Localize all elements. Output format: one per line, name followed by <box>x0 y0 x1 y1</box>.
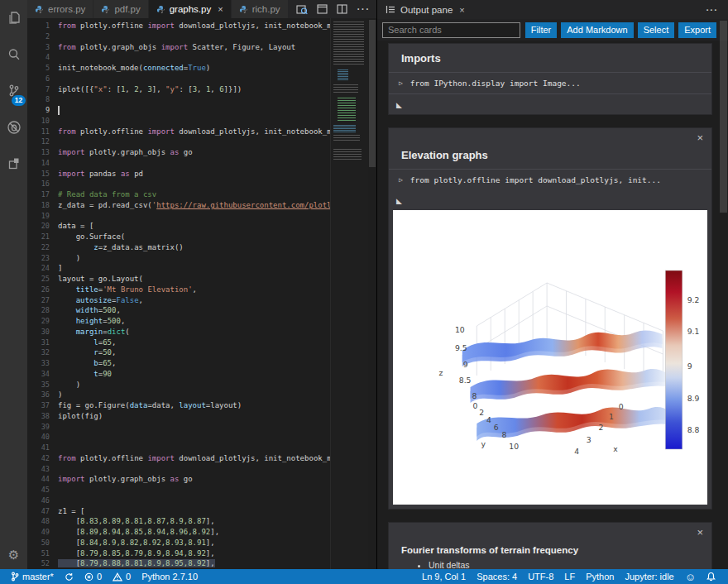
export-button[interactable]: Export <box>678 22 716 38</box>
extensions-icon[interactable] <box>0 146 27 182</box>
eol-item[interactable]: LF <box>560 569 579 584</box>
code-line[interactable]: 16 <box>27 179 331 189</box>
code-line[interactable]: 28 width=500, <box>27 305 331 316</box>
tab-pdf-py[interactable]: pdf.py <box>93 0 148 18</box>
code-line[interactable]: 34 t=90 <box>27 369 331 380</box>
split-editor-icon[interactable] <box>337 4 347 14</box>
code-line[interactable]: 14 <box>27 158 331 169</box>
code-line[interactable]: 37fig = go.Figure(data=data, layout=layo… <box>27 400 331 411</box>
code-line[interactable]: 42from plotly.offline import download_pl… <box>27 453 331 464</box>
tab-rich-py[interactable]: rich.py <box>232 0 289 18</box>
tab-errors-py[interactable]: errors.py <box>27 0 93 18</box>
code-line[interactable]: 29 height=500, <box>27 316 331 327</box>
code-line[interactable]: 22 z=z_data.as_matrix() <box>27 242 331 253</box>
encoding-item[interactable]: UTF-8 <box>524 569 558 584</box>
code-line[interactable]: 26 title='Mt Bruno Elevation', <box>27 285 331 295</box>
code-line[interactable]: 7iplot([{"x": [1, 2, 3], "y": [3, 1, 6]}… <box>27 84 331 95</box>
code-line[interactable]: 25layout = go.Layout( <box>27 274 331 285</box>
code-line[interactable]: 10 <box>27 116 331 127</box>
code-line[interactable]: 13import plotly.graph_objs as go <box>27 147 331 158</box>
explorer-icon[interactable] <box>0 0 27 36</box>
code-line[interactable]: 27 autosize=False, <box>27 295 331 306</box>
card-code-row[interactable]: ▷ from plotly.offline import download_pl… <box>389 170 711 190</box>
code-line[interactable]: 51 [8.79,8.85,8.79,8.9,8.94,8.92], <box>27 548 331 559</box>
code-line[interactable]: 1from plotly.offline import download_plo… <box>27 21 331 31</box>
card-code-row[interactable]: ▷ from IPython.display import Image... <box>389 73 711 93</box>
code-line[interactable]: 9 <box>27 105 331 116</box>
code-line[interactable]: 17# Read data from a csv <box>27 189 331 200</box>
minimap[interactable] <box>330 18 368 569</box>
code-line[interactable]: 41 <box>27 443 331 453</box>
more-actions-icon[interactable]: ··· <box>357 2 370 17</box>
code-line[interactable]: 32 r=50, <box>27 347 331 358</box>
search-icon[interactable] <box>0 36 27 73</box>
code-line[interactable]: 2 <box>27 31 331 42</box>
code-line[interactable]: 3from plotly.graph_objs import Scatter, … <box>27 42 331 53</box>
code-line[interactable]: 35 ) <box>27 380 331 390</box>
code-line[interactable]: 43 <box>27 464 331 475</box>
select-button[interactable]: Select <box>638 22 675 38</box>
panel-more-actions-icon[interactable]: ··· <box>706 5 728 15</box>
code-line[interactable]: 33 b=65, <box>27 358 331 369</box>
language-mode-item[interactable]: Python <box>582 569 618 584</box>
settings-gear-icon[interactable]: ⚙ <box>0 548 27 562</box>
code-line[interactable]: 49 [8.89,8.94,8.85,8.94,8.96,8.92], <box>27 527 331 538</box>
source-control-icon[interactable]: 12 <box>0 73 27 109</box>
close-card-icon[interactable]: × <box>697 132 703 143</box>
code-line[interactable]: 40 <box>27 432 331 443</box>
code-line[interactable]: 12 <box>27 136 331 147</box>
warnings-item[interactable]: 0 <box>108 569 135 584</box>
sync-item[interactable] <box>60 569 78 584</box>
panel-scrollbar[interactable] <box>719 19 728 569</box>
code-editor[interactable]: 1from plotly.offline import download_plo… <box>27 18 376 569</box>
code-line[interactable]: 36) <box>27 390 331 400</box>
close-tab-icon[interactable]: × <box>218 4 223 14</box>
jupyter-status-item[interactable]: Jupyter: idle <box>620 569 678 584</box>
code-line[interactable]: 39 <box>27 422 331 433</box>
code-line[interactable]: 46 <box>27 495 331 506</box>
code-line[interactable]: 6 <box>27 74 331 84</box>
code-line[interactable]: 15import pandas as pd <box>27 169 331 180</box>
code-line[interactable]: 11from plotly.offline import download_pl… <box>27 127 331 137</box>
add-markdown-button[interactable]: Add Markdown <box>561 22 633 38</box>
code-line[interactable]: 38iplot(fig) <box>27 411 331 422</box>
output-pane-tab[interactable]: Output pane × <box>377 0 473 19</box>
code-line[interactable]: 20data = [ <box>27 221 331 232</box>
code-line[interactable]: 8 <box>27 94 331 105</box>
close-card-icon[interactable]: × <box>697 527 703 538</box>
open-preview-icon[interactable] <box>296 4 308 15</box>
code-line[interactable]: 30 margin=dict( <box>27 327 331 337</box>
code-line[interactable]: 19 <box>27 211 331 222</box>
code-line[interactable]: 50 [8.84,8.9,8.82,8.92,8.93,8.91], <box>27 538 331 548</box>
code-line[interactable]: 5init_notebook_mode(connected=True) <box>27 63 331 74</box>
code-line[interactable]: 31 l=65, <box>27 337 331 348</box>
code-line[interactable]: 52 [8.79,8.88,8.81,8.9,8.95,8.92], <box>27 558 331 569</box>
python-interpreter-item[interactable]: Python 2.7.10 <box>137 569 202 584</box>
search-cards-input[interactable] <box>382 22 520 38</box>
debug-icon[interactable] <box>0 109 27 146</box>
code-line[interactable]: 21 go.Surface( <box>27 232 331 242</box>
collapse-arrow-icon[interactable]: ▷ <box>399 79 403 87</box>
code-line[interactable]: 45 <box>27 485 331 495</box>
cursor-position-item[interactable]: Ln 9, Col 1 <box>418 569 470 584</box>
feedback-smiley-icon[interactable]: ☺ <box>681 569 700 584</box>
code-lines[interactable]: 1from plotly.offline import download_plo… <box>27 21 331 569</box>
code-line[interactable]: 44import plotly.graph_objs as go <box>27 474 331 485</box>
tab-graphs-py[interactable]: graphs.py × <box>149 0 232 18</box>
errors-item[interactable]: 0 <box>80 569 106 584</box>
filter-button[interactable]: Filter <box>525 22 557 38</box>
git-branch-item[interactable]: master* <box>7 569 58 584</box>
code-line[interactable]: 4 <box>27 52 331 63</box>
close-panel-icon[interactable]: × <box>459 5 464 15</box>
indentation-item[interactable]: Spaces: 4 <box>472 569 521 584</box>
code-line[interactable]: 48 [8.83,8.89,8.81,8.87,8.9,8.87], <box>27 516 331 527</box>
code-line[interactable]: 47z1 = [ <box>27 506 331 517</box>
code-line[interactable]: 23 ) <box>27 253 331 264</box>
card-resize-icon[interactable]: ◣ <box>396 101 402 109</box>
code-line[interactable]: 24] <box>27 263 331 274</box>
notifications-bell-icon[interactable] <box>702 569 720 584</box>
toggle-panel-icon[interactable] <box>317 4 328 14</box>
card-resize-icon[interactable]: ◣ <box>396 197 402 205</box>
code-line[interactable]: 18z_data = pd.read_csv('https://raw.gith… <box>27 200 331 211</box>
elevation-plot[interactable]: 109.598.580246810012349.29.198.98.8zyx <box>393 210 707 505</box>
